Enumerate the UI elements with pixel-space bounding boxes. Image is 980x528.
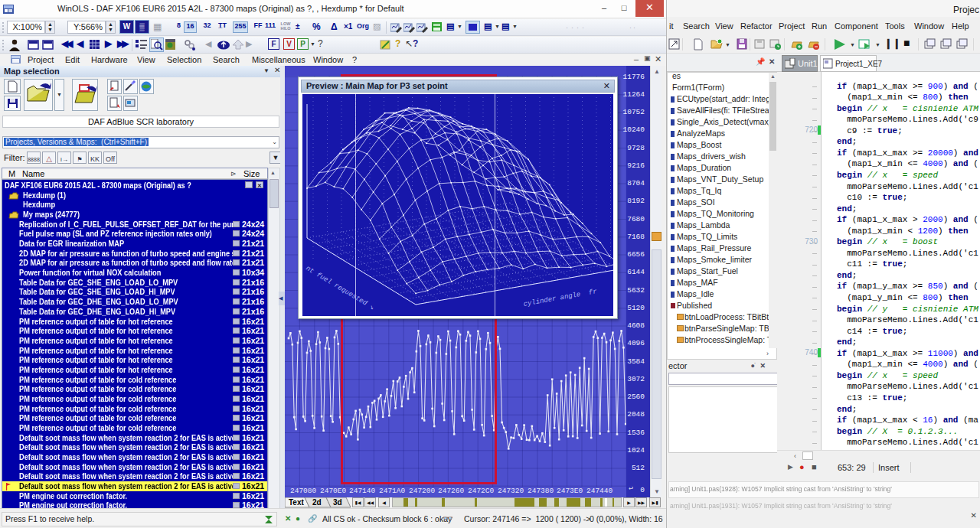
svg-text:3d: 3d — [333, 498, 342, 507]
svg-text:2d: 2d — [312, 498, 322, 507]
svg-text:Text: Text — [289, 498, 304, 507]
